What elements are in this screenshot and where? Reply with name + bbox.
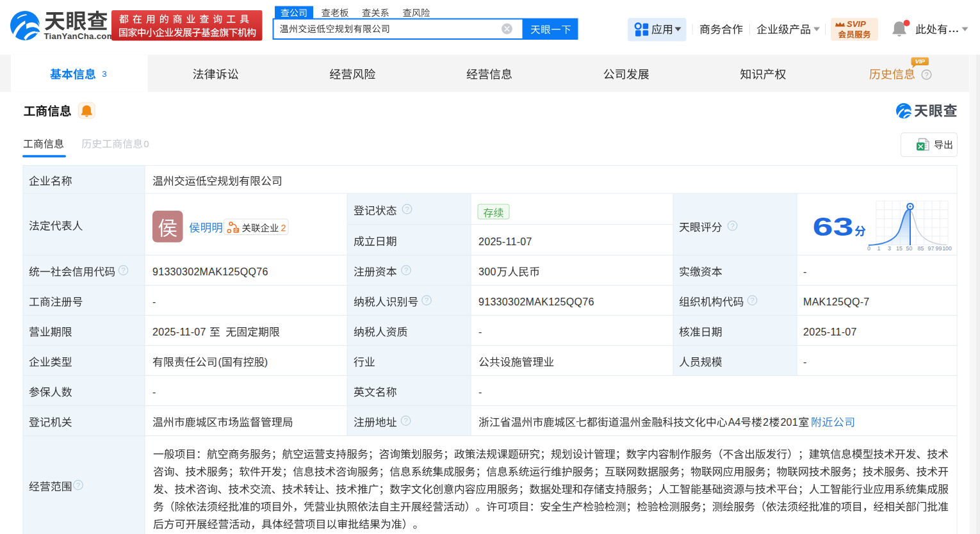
svg-text:SVIP: SVIP [847,19,866,29]
svg-text:(: ( [218,357,222,368]
svg-text:?: ? [730,222,734,230]
svg-text:97: 97 [928,245,935,252]
svg-text:?: ? [404,266,408,274]
svg-text:?: ? [425,296,429,304]
svg-text:): ) [265,357,268,368]
svg-text:2: 2 [763,417,769,428]
svg-text:85: 85 [918,245,924,252]
svg-text:?: ? [750,296,754,304]
svg-text:3: 3 [888,245,891,252]
svg-text:?: ? [405,206,409,213]
svg-text:?: ? [76,481,80,489]
svg-text:-: - [152,387,156,398]
svg-text:-: - [803,357,806,368]
svg-text:15: 15 [896,245,902,252]
svg-text:2025-11-07: 2025-11-07 [803,327,857,337]
svg-text:MAK125QQ-7: MAK125QQ-7 [803,296,869,307]
svg-text:1: 1 [878,245,881,252]
svg-text:201: 201 [780,417,798,428]
svg-text:300: 300 [478,266,496,277]
svg-text:?: ? [404,417,407,425]
svg-text:TianYanCha.com: TianYanCha.com [44,31,115,41]
svg-text:-: - [478,387,482,398]
svg-text:91330302MAK125QQ76: 91330302MAK125QQ76 [152,266,268,277]
svg-text:VIP: VIP [915,58,926,65]
svg-text:-: - [803,266,806,277]
svg-text:63: 63 [813,213,854,241]
svg-text:100: 100 [942,245,952,252]
svg-text:3: 3 [102,69,107,79]
svg-text:-: - [152,296,156,307]
svg-text:2: 2 [281,223,286,233]
svg-text:...: ... [949,23,960,34]
svg-text:2025-11-07: 2025-11-07 [478,236,532,247]
svg-text:91330302MAK125QQ76: 91330302MAK125QQ76 [478,296,594,307]
svg-text:2025-11-07: 2025-11-07 [152,327,206,337]
svg-text:0: 0 [143,138,149,149]
svg-text:-: - [478,327,482,337]
svg-text:99: 99 [936,245,942,252]
svg-text:50: 50 [906,245,913,252]
svg-text:0: 0 [867,245,870,252]
svg-text:?: ? [121,266,125,274]
svg-text:?: ? [924,71,928,79]
svg-text:A4: A4 [728,417,741,428]
